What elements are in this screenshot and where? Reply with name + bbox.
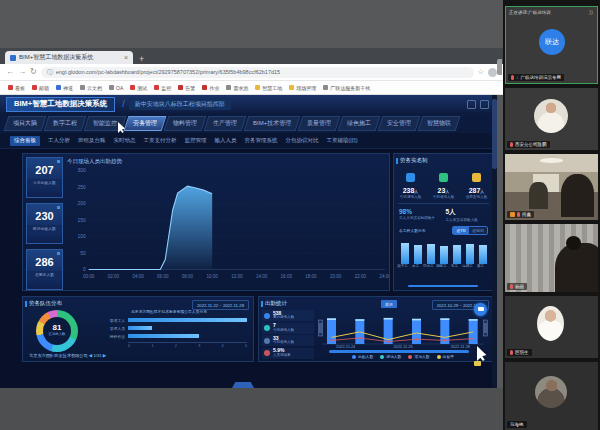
scrollbar-thumb[interactable] <box>492 99 497 169</box>
bookmark-label: 需求池 <box>233 85 248 91</box>
cursor-tag <box>474 361 481 366</box>
divider <box>398 203 489 204</box>
bookmark-item[interactable]: 云文档 <box>80 85 102 91</box>
bookmark-favicon-icon <box>8 85 13 90</box>
bookmark-item[interactable]: 禅道 <box>56 85 73 91</box>
active-speaker-tile[interactable]: 正在讲话:广联达培训 )) 联达 ↓ 广联达培训演示专用 <box>505 6 598 84</box>
sub-nav-tab[interactable]: 实时动态 <box>114 137 136 144</box>
bookmark-label: 监控 <box>161 85 171 91</box>
back-icon[interactable]: ← <box>6 68 14 76</box>
participant-avatar <box>537 306 564 341</box>
bookmark-favicon-icon <box>32 85 37 90</box>
unverified-value: 5人 <box>446 208 489 217</box>
main-nav-tab-label: 项目大脑 <box>13 119 37 128</box>
sub-nav-tab[interactable]: 劳务管理系统 <box>245 137 278 144</box>
sub-nav-tab[interactable]: 工资辅助(旧) <box>327 137 358 144</box>
worker-chart-scrollbar[interactable] <box>408 285 478 288</box>
sidebar-collapse-handle[interactable] <box>497 59 502 75</box>
sub-nav-tab[interactable]: 工资支付分析 <box>144 137 177 144</box>
period-toggle[interactable]: 近7日 近30日 <box>452 226 488 235</box>
customer-service-float-button[interactable] <box>474 303 487 316</box>
participant-tile[interactable]: 区明生 <box>505 296 598 358</box>
main-nav-tab[interactable]: 劳务管理 <box>124 116 167 131</box>
attendance-stat-item: 5.9%人员流动率 <box>262 348 314 359</box>
browser-profile-avatar[interactable] <box>488 68 497 77</box>
bookmark-item[interactable]: 看板 <box>8 85 25 91</box>
sub-nav-tab[interactable]: 综合看板 <box>10 136 40 146</box>
axis-tick: 2022-11-28 <box>451 345 470 349</box>
participant-tile[interactable]: 西安分公司陈鹏 <box>505 88 598 150</box>
main-nav-tab[interactable]: 绿色施工 <box>338 116 381 131</box>
company-bar-chart: 普通工人管理人员特种作业 <box>89 316 247 340</box>
pager-prev-icon[interactable]: ◀ <box>89 353 92 358</box>
notification-icon[interactable] <box>467 100 476 109</box>
combo-chart-scrollbar[interactable] <box>329 350 469 353</box>
main-nav-tab[interactable]: BIM+技术管理 <box>244 116 301 131</box>
dashboard-title: BIM+智慧工地数据决策系统 <box>6 97 115 112</box>
main-nav-tab-label: 智能监控 <box>93 119 117 128</box>
main-nav-tab[interactable]: 生产管理 <box>204 116 247 131</box>
browser-tab[interactable]: BIM+智慧工地数据决策系统 × <box>5 51 133 64</box>
sub-nav-tab[interactable]: 工人分析 <box>48 137 70 144</box>
combo-chart-legend: 出勤人数进场人数退场人数出勤率 <box>317 354 489 359</box>
main-nav-tab[interactable]: 物料管理 <box>164 116 207 131</box>
url-field[interactable]: ⓘ engt.glodon.com/pc-labdashboard/projec… <box>41 67 474 78</box>
bookmark-item[interactable]: 作业 <box>202 85 219 91</box>
main-nav-tab[interactable]: 质量管理 <box>298 116 341 131</box>
forward-icon[interactable]: → <box>18 68 26 76</box>
bookmark-item[interactable]: 监控 <box>154 85 171 91</box>
toggle-option-30d[interactable]: 近30日 <box>469 227 487 234</box>
new-tab-button[interactable]: + <box>139 54 144 64</box>
main-nav-tab[interactable]: 数字工程 <box>44 116 87 131</box>
bookmark-label: 智慧工地 <box>262 85 282 91</box>
stat-icon <box>472 173 481 182</box>
main-nav-tab[interactable]: 智慧物联 <box>418 116 461 131</box>
tab-close-icon[interactable]: × <box>124 54 128 61</box>
svg-text:20:00: 20:00 <box>330 274 342 279</box>
toggle-option-7d[interactable]: 近7日 <box>453 227 469 234</box>
browser-scrollbar[interactable] <box>492 95 497 388</box>
bookmark-item[interactable]: 智慧工地 <box>255 85 282 91</box>
sub-nav-tab[interactable]: 输入人员 <box>215 137 237 144</box>
bookmark-item[interactable]: OA <box>109 85 123 91</box>
person-head <box>566 236 581 250</box>
stat-label: 今日退场人数 <box>273 341 294 345</box>
sub-nav-tab[interactable]: 分包协议对比 <box>286 137 319 144</box>
company-bar-label: 特种作业 <box>89 334 125 339</box>
participant-video-tile[interactable]: 杨丽 <box>505 224 598 292</box>
main-nav-tab-label: 质量管理 <box>307 119 331 128</box>
participant-name: 西安分公司陈鹏 <box>515 142 547 147</box>
refresh-icon[interactable]: ↻ <box>30 68 37 76</box>
company-chart-title: 北京东方雨虹防水技术服务有限公司人员分布 <box>89 309 249 314</box>
participant-tile[interactable]: 马海艳 <box>505 362 598 430</box>
bookmark-item[interactable]: 现场管理 <box>289 85 316 91</box>
bookmark-item[interactable]: 广联达服务新干线 <box>323 85 370 91</box>
pager-next-icon[interactable]: ▶ <box>103 353 106 358</box>
company-bar-label: 管理人员 <box>89 326 125 331</box>
fullscreen-icon[interactable] <box>480 100 489 109</box>
main-nav-tab[interactable]: 安全管理 <box>378 116 421 131</box>
bookmark-item[interactable]: 告警 <box>178 85 195 91</box>
participant-video-tile[interactable]: 何鑫 <box>505 154 598 220</box>
axis-tick: 2022-11-24 <box>336 345 355 349</box>
stat-card-label: 昨日出勤人数 <box>27 225 62 232</box>
muted-mic-icon <box>510 284 513 289</box>
sub-nav-tab[interactable]: 班组及台账 <box>78 137 106 144</box>
bookmark-star-icon[interactable]: ☆ <box>478 68 484 76</box>
site-info-icon[interactable]: ⓘ <box>47 68 53 77</box>
svg-text:300: 300 <box>78 168 86 173</box>
stat-card-value: 286 <box>27 256 62 268</box>
project-selector[interactable]: 新中安地块八标段工程项目指挥部 <box>129 98 231 110</box>
period-button[interactable]: 本月 <box>381 300 397 308</box>
bookmark-item[interactable]: 邮箱 <box>32 85 49 91</box>
sub-nav-tab[interactable]: 监控管理 <box>185 137 207 144</box>
bookmark-item[interactable]: 需求池 <box>226 85 248 91</box>
legend-dot-icon <box>437 355 441 359</box>
svg-text:12:00: 12:00 <box>231 274 243 279</box>
bookmark-item[interactable]: 测试 <box>130 85 147 91</box>
stat-label: 累计进场人数 <box>273 316 294 320</box>
main-nav-tab-label: 劳务管理 <box>133 119 157 128</box>
worker-type-labels: 架子工木工防水工钢筋工瓦工电焊工普工 <box>394 264 493 268</box>
main-nav-tab[interactable]: 项目大脑 <box>4 116 47 131</box>
company-name: 北京东方雨虹防水技术有限公司 <box>29 353 88 358</box>
